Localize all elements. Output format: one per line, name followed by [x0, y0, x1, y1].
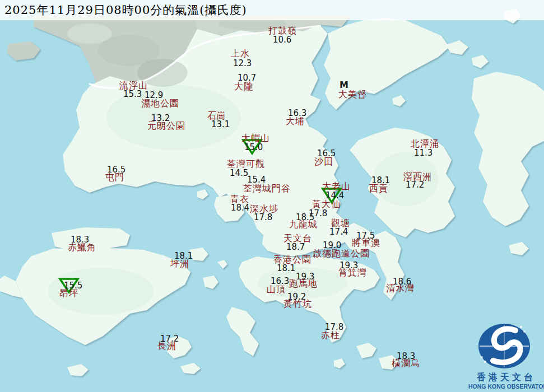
station-name: 荃灣城門谷 [243, 184, 291, 193]
station-temperature-value: 15.3 [123, 90, 142, 99]
station-temperature-value: 15.0 [244, 143, 263, 152]
station-temperature-value: M [340, 81, 348, 90]
station-name: 北潭涌 [411, 139, 439, 148]
station-temperature-value: 12.9 [145, 91, 163, 100]
station-temperature-value: 17.2 [406, 181, 424, 189]
station-temperature-value: 18.6 [393, 278, 411, 286]
station-name: 上水 [231, 49, 250, 58]
map-title: 2025年11月29日08時00分的氣溫(攝氏度) [4, 2, 247, 18]
station-temperature-value: 16.3 [288, 109, 306, 118]
hko-logo: 香港天文台 HONG KONG OBSERVATORY [468, 318, 544, 392]
station-name: 大隴 [234, 82, 253, 91]
station-temperature-value: 18.5 [296, 213, 314, 222]
station-temperature-value: 18.7 [286, 243, 305, 251]
station-temperature-value: 19.3 [296, 273, 314, 281]
station-temperature-value: 10.7 [238, 74, 256, 82]
station-name: 大老山 [322, 182, 351, 191]
station-name: 打鼓嶺 [268, 26, 297, 35]
station-temperature-value: 16.5 [317, 150, 336, 158]
station-name: 荃灣可觀 [227, 160, 265, 169]
station-name: 濕地公園 [141, 99, 179, 108]
station-temperature-value: 13.1 [211, 120, 230, 129]
station-temperature-value: 18.1 [174, 252, 193, 260]
station-temperature-value: 10.6 [273, 36, 291, 44]
hko-logo-symbol [468, 318, 544, 371]
station-name: 西貢 [369, 184, 388, 193]
hong-kong-map [0, 0, 544, 392]
hko-temperature-map-screen: 2025年11月29日08時00分的氣溫(攝氏度) 打鼓嶺10.6上水12.3大… [0, 0, 544, 392]
station-name: 大埔 [286, 117, 305, 126]
station-temperature-value: 18.1 [371, 176, 390, 185]
station-name: 黃大仙 [312, 200, 341, 209]
station-temperature-value: 18.3 [397, 352, 415, 361]
station-name: 沙田 [314, 157, 333, 166]
station-temperature-value: 19.3 [340, 262, 358, 270]
station-temperature-value: 11.3 [414, 149, 433, 157]
station-temperature-value: 15.4 [247, 176, 266, 184]
station-temperature-value: 17.4 [329, 228, 348, 236]
station-temperature-value: 17.8 [254, 213, 272, 222]
station-name: 赤柱 [321, 331, 340, 340]
station-temperature-value: 19.2 [287, 293, 306, 301]
station-name: 啟德跑道公園 [313, 249, 370, 258]
station-temperature-value: 18.1 [277, 264, 295, 273]
station-name: 山頂 [267, 285, 286, 294]
station-temperature-value: 12.3 [233, 59, 252, 68]
station-temperature-value: 16.5 [107, 166, 125, 174]
title-bar: 2025年11月29日08時00分的氣溫(攝氏度) [0, 0, 544, 20]
station-temperature-value: 14.5 [230, 169, 248, 178]
station-temperature-value: 17.2 [160, 335, 179, 343]
station-temperature-value: 17.5 [356, 232, 375, 240]
urban-texture [67, 24, 112, 44]
station-temperature-value: 17.8 [325, 323, 343, 332]
station-temperature-value: 19.0 [323, 241, 341, 250]
station-temperature-value: 13.2 [151, 114, 170, 123]
hko-logo-chinese: 香港天文台 [468, 372, 544, 384]
station-temperature-value: 18.3 [71, 236, 89, 244]
station-temperature-value: 18.4 [231, 204, 249, 212]
station-name: 大帽山 [241, 134, 270, 143]
station-temperature-value: 15.5 [64, 282, 82, 290]
station-temperature-value: 16.3 [271, 277, 289, 286]
station-name: 大美督 [338, 90, 367, 99]
hko-logo-english: HONG KONG OBSERVATORY [468, 383, 544, 390]
